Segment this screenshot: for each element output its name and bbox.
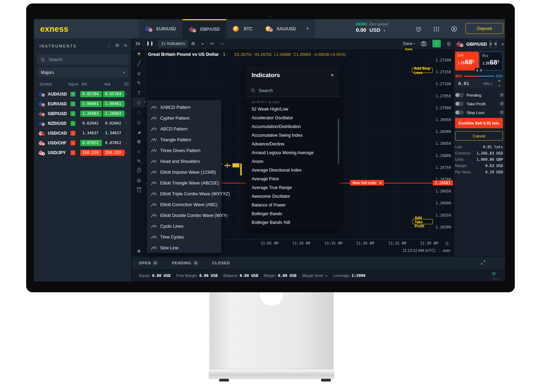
chart-tool-icon[interactable] <box>132 59 146 68</box>
volume-input-box[interactable]: lots ▾ <box>455 79 494 88</box>
indicator-list-item[interactable]: Accumulative Swing Index <box>246 131 340 140</box>
scroll-to-realtime-icon[interactable]: ◎ <box>445 241 448 246</box>
deposit-button[interactable]: Deposit <box>466 23 503 34</box>
chart-tool-icon[interactable] <box>132 78 146 88</box>
ask-quote[interactable]: 0.87852 <box>103 140 125 146</box>
positions-tab[interactable]: PENDING 0 <box>172 261 198 265</box>
indicator-list-item[interactable]: Bollinger Bands <box>246 210 340 218</box>
grid-view-icon[interactable]: ⊞ <box>115 43 119 48</box>
chart-tool-icon[interactable] <box>132 68 146 78</box>
indicator-list-item[interactable]: Aroon <box>246 157 340 166</box>
chevron-down-icon[interactable]: ▾ <box>384 29 385 32</box>
instrument-row[interactable]: USD/CAD 1.34637 1.34637 <box>34 128 132 138</box>
help-icon[interactable]: ? <box>499 93 504 97</box>
indicator-list-item[interactable]: Accumulation/Distribution <box>246 122 340 131</box>
positions-tab[interactable]: OPEN 0 <box>139 261 158 265</box>
patterns-menu-item[interactable]: XABCD Pattern <box>147 102 221 113</box>
bid-quote[interactable]: 0.62042 <box>80 120 102 127</box>
account-summary[interactable]: DEMOZero spread 0.00 USD ▾ <box>356 22 415 33</box>
chart-tool-icon[interactable] <box>132 137 146 146</box>
ask-quote[interactable]: 1.34637 <box>103 130 125 136</box>
instrument-row[interactable]: USD/CHF 0.87852 0.87852 <box>34 138 132 148</box>
patterns-menu-item[interactable]: Head and Shoulders <box>147 156 221 167</box>
bid-quote[interactable]: 1.34637 <box>80 130 102 136</box>
instrument-row[interactable]: GBP/USD 1.26683 1.26683 <box>34 109 132 119</box>
chart-tool-icon[interactable] <box>132 156 146 166</box>
instrument-row[interactable]: NZD/USD 0.62042 0.62042 <box>34 119 132 128</box>
instrument-row[interactable]: USD/JPY 150.229 150.229 <box>34 148 132 158</box>
instrument-row[interactable]: AUD/USD 0.65784 0.65784 <box>34 89 132 99</box>
apps-grid-icon[interactable] <box>432 25 441 33</box>
indicator-list-item[interactable]: Balance of Power <box>246 201 340 210</box>
chart-tool-icon[interactable] <box>132 117 146 127</box>
ask-quote[interactable]: 0.62042 <box>103 120 125 127</box>
dialog-search-input[interactable] <box>258 88 335 93</box>
bid-quote[interactable]: 150.229 <box>80 150 102 156</box>
sparkle-icon[interactable]: ✶ <box>493 40 497 48</box>
toggle-switch[interactable] <box>455 93 464 97</box>
auto-scale-toggle[interactable]: auto <box>443 248 450 252</box>
columns-icon[interactable]: ▥ <box>447 41 451 46</box>
bid-quote[interactable]: 1.26683 <box>80 111 102 117</box>
add-stop-loss-chip[interactable]: Add Stop Loss <box>412 68 433 73</box>
ask-quote[interactable]: 1.26683 <box>103 111 125 117</box>
redo-icon[interactable]: ↪ <box>217 39 227 48</box>
add-tab-button[interactable]: + <box>300 19 315 38</box>
chart-tool-icon[interactable] <box>132 49 146 59</box>
confirm-sell-button[interactable]: Confirm Sell 0.01 lots <box>455 118 503 128</box>
ask-quote[interactable]: 150.229 <box>103 150 125 156</box>
indicator-list-item[interactable]: 52 Week High/Low <box>246 105 340 114</box>
chart-style-icon[interactable] <box>143 39 156 48</box>
toggle-switch[interactable] <box>455 101 464 106</box>
indicator-list-item[interactable]: Average Price <box>246 175 340 183</box>
chart-tool-icon[interactable] <box>132 88 146 98</box>
instrument-tab[interactable]: XAU/USD <box>259 19 303 38</box>
object-tree-icon[interactable]: ◈ <box>132 248 146 254</box>
fullscreen-icon[interactable] <box>481 260 485 265</box>
chart-tool-icon[interactable] <box>132 176 146 186</box>
bid-quote[interactable]: 0.87852 <box>80 140 102 146</box>
chart-tool-icon[interactable] <box>132 127 146 137</box>
instrument-row[interactable]: EUR/USD 1.08461 1.08461 <box>34 99 132 109</box>
rewind-icon[interactable]: « <box>198 39 207 48</box>
chart-tool-icon[interactable] <box>132 146 146 156</box>
bid-quote[interactable]: 1.08461 <box>80 101 102 107</box>
chart-tool-icon[interactable] <box>132 98 146 107</box>
chart-tool-icon[interactable] <box>132 186 146 195</box>
volume-input[interactable] <box>458 81 474 86</box>
sidebar-search-input[interactable] <box>48 57 125 62</box>
alarm-icon[interactable] <box>414 25 423 33</box>
close-icon[interactable]: × <box>379 181 381 185</box>
chart-tool-icon[interactable] <box>132 166 146 176</box>
ask-quote[interactable]: 0.65784 <box>103 91 125 97</box>
patterns-menu-item[interactable]: Cypher Pattern <box>147 113 221 123</box>
save-layout-button[interactable]: Save ▾ Save <box>403 41 415 46</box>
sell-button[interactable]: Sell 1.26683 <box>455 52 479 70</box>
camera-icon[interactable] <box>421 41 426 46</box>
positions-tab[interactable]: CLOSED <box>212 261 230 265</box>
buy-button[interactable]: Buy 1.26683 <box>480 52 503 70</box>
close-icon[interactable]: × <box>501 41 504 47</box>
instrument-tab[interactable]: GBP/USD <box>183 19 226 38</box>
instrument-tab[interactable]: BTC <box>227 19 259 38</box>
patterns-menu-item[interactable]: Triangle Pattern <box>147 134 221 145</box>
patterns-menu-item[interactable]: Elliott Impulse Wave (12345) <box>147 167 221 178</box>
indicator-list-item[interactable]: Advance/Decline <box>246 140 340 149</box>
timeframe-button[interactable]: 1m <box>132 39 143 48</box>
patterns-menu-item[interactable]: Elliott Triangle Wave (ABCDE) <box>147 178 221 188</box>
indicator-list-item[interactable]: Average Directional Index <box>246 166 340 175</box>
bid-quote[interactable]: 0.65784 <box>80 91 102 97</box>
ask-quote[interactable]: 1.08461 <box>103 101 125 107</box>
decrease-volume-button[interactable]: − <box>496 84 503 88</box>
dialog-search[interactable] <box>246 84 340 97</box>
indicator-list-item[interactable]: Awesome Oscillator <box>246 192 340 201</box>
indicators-button[interactable]: ƒxIndicators <box>158 39 188 48</box>
increase-volume-button[interactable]: + <box>496 79 503 84</box>
volume-unit-select[interactable]: lots ▾ <box>483 81 492 85</box>
close-icon[interactable]: × <box>331 72 334 79</box>
help-icon[interactable]: ? <box>499 101 504 106</box>
kebab-menu-icon[interactable]: ⋮ <box>106 43 111 48</box>
patterns-menu-item[interactable]: Elliott Triple Combo Wave (WXYXZ) <box>147 188 221 199</box>
layout-grid-icon[interactable]: ⊞ <box>188 39 198 48</box>
patterns-menu-item[interactable]: Sine Line <box>147 242 221 253</box>
